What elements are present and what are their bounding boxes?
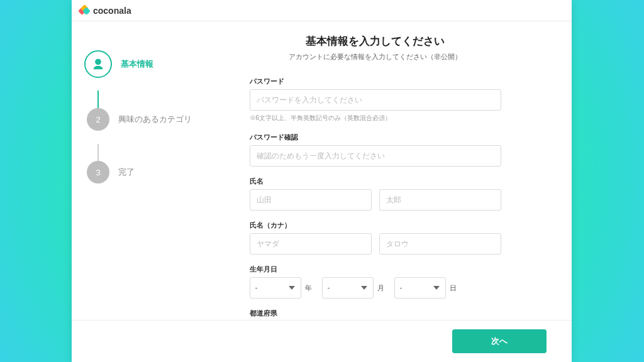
password-label: パスワード <box>250 77 501 86</box>
svg-point-1 <box>96 60 100 64</box>
page-subtitle: アカウントに必要な情報を入力してください（非公開） <box>204 52 547 62</box>
registration-card: coconala 基本情報 2 興味のあるカテゴリ 3 完了 基本情報を入力 <box>72 0 572 362</box>
step-label: 完了 <box>118 167 135 178</box>
step-number: 2 <box>87 108 109 131</box>
header: coconala <box>72 0 572 21</box>
step-complete: 3 完了 <box>87 161 204 184</box>
password-confirm-label: パスワード確認 <box>250 133 501 142</box>
year-unit: 年 <box>305 283 312 293</box>
progress-sidebar: 基本情報 2 興味のあるカテゴリ 3 完了 <box>72 21 204 362</box>
birth-label: 生年月日 <box>250 265 501 274</box>
kana-label: 氏名（カナ） <box>250 221 501 230</box>
step-number: 3 <box>87 161 109 184</box>
year-select[interactable]: - <box>250 277 301 299</box>
step-basic-info: 基本情報 <box>87 50 204 78</box>
footer-bar: 次へ <box>204 320 572 362</box>
prefecture-label: 都道府県 <box>250 309 501 318</box>
step-label: 基本情報 <box>121 58 153 70</box>
step-label: 興味のあるカテゴリ <box>118 114 192 125</box>
lastname-input[interactable] <box>250 189 372 211</box>
brand-name: coconala <box>93 6 131 16</box>
main-form-area: 基本情報を入力してください アカウントに必要な情報を入力してください（非公開） … <box>204 21 572 362</box>
person-icon <box>84 50 112 78</box>
day-unit: 日 <box>450 283 457 293</box>
firstname-input[interactable] <box>379 189 501 211</box>
brand-logo[interactable]: coconala <box>79 6 131 16</box>
lastname-kana-input[interactable] <box>250 233 372 255</box>
name-label: 氏名 <box>250 177 501 186</box>
password-confirm-input[interactable] <box>250 145 501 167</box>
month-select[interactable]: - <box>322 277 374 299</box>
firstname-kana-input[interactable] <box>379 233 501 255</box>
password-hint: ※6文字以上、半角英数記号のみ（英数混合必須） <box>250 114 501 123</box>
step-categories: 2 興味のあるカテゴリ <box>87 108 204 131</box>
next-button[interactable]: 次へ <box>452 329 547 353</box>
day-select[interactable]: - <box>394 277 446 299</box>
month-unit: 月 <box>377 283 384 293</box>
page-title: 基本情報を入力してください <box>204 34 547 48</box>
password-input[interactable] <box>250 89 501 111</box>
logo-icon <box>79 6 89 16</box>
